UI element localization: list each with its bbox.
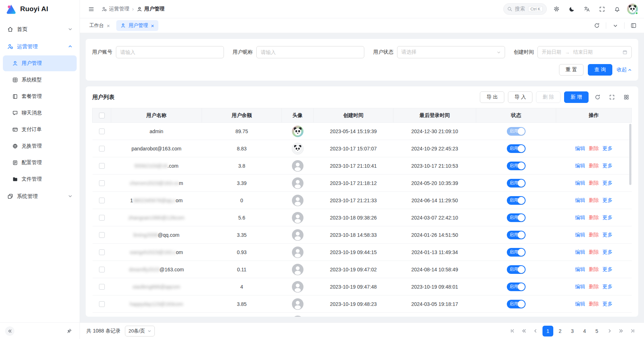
delete-button[interactable]: 删 除 xyxy=(536,91,560,103)
sidebar-item-model[interactable]: 系统模型 xyxy=(3,72,77,88)
edit-link[interactable]: 编辑 xyxy=(575,180,585,186)
delete-link[interactable]: 删除 xyxy=(589,214,599,220)
row-checkbox[interactable] xyxy=(99,128,105,134)
status-toggle[interactable]: 启用 xyxy=(507,248,526,257)
edit-link[interactable]: 编辑 xyxy=(575,232,585,238)
delete-link[interactable]: 删除 xyxy=(589,249,599,255)
table-scrollbar[interactable] xyxy=(629,124,632,315)
search-button[interactable]: 查 询 xyxy=(588,64,612,76)
row-checkbox[interactable] xyxy=(99,215,105,221)
more-link[interactable]: 更多 xyxy=(603,249,613,255)
more-link[interactable]: 更多 xyxy=(603,180,613,186)
jump-forward-button[interactable] xyxy=(616,326,626,336)
row-checkbox[interactable] xyxy=(99,198,105,203)
row-checkbox[interactable] xyxy=(99,301,105,307)
hamburger-menu-icon[interactable] xyxy=(86,4,96,14)
delete-link[interactable]: 删除 xyxy=(589,180,599,186)
status-toggle[interactable]: 启用 xyxy=(507,179,526,187)
settings-gear-icon[interactable] xyxy=(551,4,562,14)
status-toggle[interactable]: 启用 xyxy=(507,144,526,153)
tab-user-management[interactable]: 用户管理 × xyxy=(116,20,158,31)
sidebar-item-home[interactable]: 首页 xyxy=(3,21,77,37)
user-avatar-menu[interactable] xyxy=(627,3,638,15)
status-toggle[interactable]: 启用 xyxy=(507,265,526,274)
edit-link[interactable]: 编辑 xyxy=(575,301,585,307)
delete-link[interactable]: 删除 xyxy=(589,163,599,168)
sidebar-item-operations[interactable]: 运营管理 xyxy=(3,38,77,55)
tab-options-chevron-icon[interactable] xyxy=(610,20,621,31)
account-input[interactable] xyxy=(116,46,224,58)
fullscreen-icon[interactable] xyxy=(596,4,607,14)
edit-link[interactable]: 编辑 xyxy=(575,249,585,255)
more-link[interactable]: 更多 xyxy=(603,232,613,238)
edit-link[interactable]: 编辑 xyxy=(575,163,585,168)
row-checkbox[interactable] xyxy=(99,249,105,255)
prev-page-button[interactable] xyxy=(530,326,540,336)
scrollbar-thumb[interactable] xyxy=(629,124,631,185)
edit-link[interactable]: 编辑 xyxy=(575,145,585,151)
row-checkbox[interactable] xyxy=(99,163,105,169)
status-toggle[interactable]: 启用 xyxy=(507,196,526,205)
page-button-2[interactable]: 2 xyxy=(555,326,566,336)
sidebar-collapse-button[interactable] xyxy=(5,326,14,336)
delete-link[interactable]: 删除 xyxy=(589,266,599,272)
sidebar-item-pay[interactable]: 支付订单 xyxy=(3,122,77,137)
sidebar-item-config[interactable]: 配置管理 xyxy=(3,155,77,171)
breadcrumb-page[interactable]: 用户管理 xyxy=(137,6,165,12)
more-link[interactable]: 更多 xyxy=(603,145,613,151)
edit-link[interactable]: 编辑 xyxy=(575,266,585,272)
first-page-button[interactable] xyxy=(507,326,517,336)
row-checkbox[interactable] xyxy=(99,267,105,272)
sidebar-item-exchange[interactable]: 兑换管理 xyxy=(3,138,77,154)
global-search[interactable]: 搜索 Ctrl K xyxy=(503,3,547,15)
status-select[interactable]: 请选择 xyxy=(397,46,505,58)
status-toggle[interactable]: 启用 xyxy=(507,300,526,308)
row-checkbox[interactable] xyxy=(99,232,105,238)
more-link[interactable]: 更多 xyxy=(603,284,613,289)
more-link[interactable]: 更多 xyxy=(603,163,613,168)
more-link[interactable]: 更多 xyxy=(603,266,613,272)
more-link[interactable]: 更多 xyxy=(603,197,613,203)
delete-link[interactable]: 删除 xyxy=(589,284,599,289)
last-page-button[interactable] xyxy=(627,326,638,336)
delete-link[interactable]: 删除 xyxy=(589,197,599,203)
add-button[interactable]: 新 增 xyxy=(564,91,589,103)
close-icon[interactable]: × xyxy=(107,23,110,28)
status-toggle[interactable]: 启用 xyxy=(507,213,526,222)
sidebar-item-package[interactable]: 套餐管理 xyxy=(3,89,77,104)
translate-icon[interactable] xyxy=(581,4,592,14)
page-size-select[interactable]: 20条/页 xyxy=(125,326,155,336)
more-link[interactable]: 更多 xyxy=(603,301,613,307)
select-all-checkbox[interactable] xyxy=(99,113,105,118)
row-checkbox[interactable] xyxy=(99,146,105,152)
sidebar-item-user[interactable]: 用户管理 xyxy=(3,55,77,71)
more-link[interactable]: 更多 xyxy=(603,214,613,220)
nickname-input[interactable] xyxy=(256,46,364,58)
status-toggle[interactable]: 启用 xyxy=(507,282,526,291)
jump-back-button[interactable] xyxy=(519,326,529,336)
sidebar-item-system[interactable]: 系统管理 xyxy=(3,188,77,204)
breadcrumb-section[interactable]: 运营管理 xyxy=(102,6,129,12)
row-checkbox[interactable] xyxy=(99,180,105,186)
collapse-filter-link[interactable]: 收起 xyxy=(617,67,632,73)
delete-link[interactable]: 删除 xyxy=(589,232,599,238)
date-range-picker[interactable]: 开始日期 → 结束日期 xyxy=(537,46,632,58)
tab-workbench[interactable]: 工作台 × xyxy=(85,20,114,31)
export-button[interactable]: 导 出 xyxy=(480,91,504,103)
sidebar-item-folder[interactable]: 文件管理 xyxy=(3,171,77,187)
reset-button[interactable]: 重 置 xyxy=(559,64,584,76)
import-button[interactable]: 导 入 xyxy=(508,91,532,103)
edit-link[interactable]: 编辑 xyxy=(575,197,585,203)
status-toggle[interactable]: 启用 xyxy=(507,162,526,170)
page-button-1[interactable]: 1 xyxy=(542,326,553,336)
page-button-3[interactable]: 3 xyxy=(567,326,578,336)
status-toggle[interactable]: 启用 xyxy=(507,127,526,136)
pin-icon[interactable] xyxy=(64,326,75,336)
app-logo[interactable]: Ruoyi AI xyxy=(0,0,80,18)
page-button-5[interactable]: 5 xyxy=(591,326,602,336)
edit-link[interactable]: 编辑 xyxy=(575,284,585,289)
expand-icon[interactable] xyxy=(607,92,617,103)
notifications-bell-icon[interactable] xyxy=(612,4,622,14)
delete-link[interactable]: 删除 xyxy=(589,301,599,307)
page-button-4[interactable]: 4 xyxy=(579,326,590,336)
